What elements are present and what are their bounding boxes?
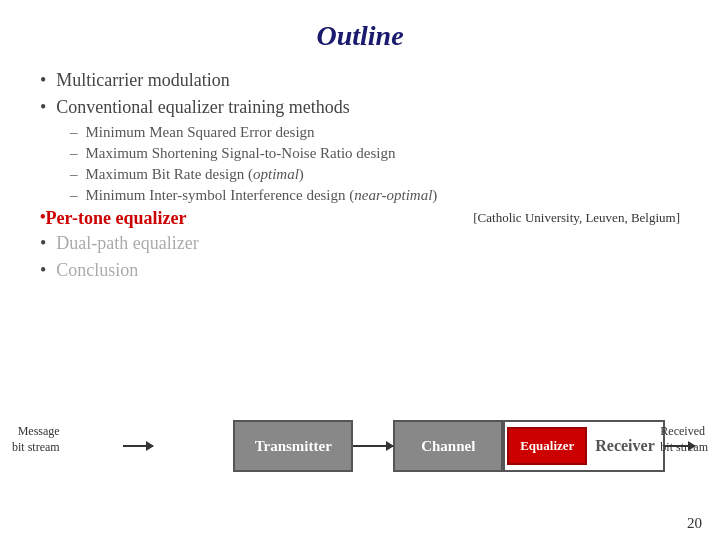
bullet-dot-5: • (40, 260, 46, 281)
sub-mmse-text: Minimum Mean Squared Error design (86, 124, 315, 141)
diagram-row: Message bit stream Transmitter Channel (0, 411, 720, 481)
sub-item-msnr: – Maximum Shortening Signal-to-Noise Rat… (70, 145, 680, 162)
sub-misi-text: Minimum Inter-symbol Interference design… (86, 187, 438, 204)
sub-item-mmse: – Minimum Mean Squared Error design (70, 124, 680, 141)
bullet-dot-4: • (40, 233, 46, 254)
sub-item-mbr: – Maximum Bit Rate design (optimal) (70, 166, 680, 183)
slide-title: Outline (40, 20, 680, 52)
sub-msnr-text: Maximum Shortening Signal-to-Noise Ratio… (86, 145, 396, 162)
pertone-row: • Per-tone equalizer [Catholic Universit… (40, 208, 680, 229)
sub-dash-3: – (70, 166, 78, 183)
arrow-in (123, 445, 153, 447)
bullet-list: • Multicarrier modulation • Conventional… (40, 70, 680, 281)
sub-mbr-text: Maximum Bit Rate design (optimal) (86, 166, 304, 183)
sub-list: – Minimum Mean Squared Error design – Ma… (40, 124, 680, 204)
sub-dash-4: – (70, 187, 78, 204)
bullet-conclusion-text: Conclusion (56, 260, 138, 281)
citation-text: [Catholic University, Leuven, Belgium] (473, 208, 680, 226)
bullet-conventional: • Conventional equalizer training method… (40, 97, 680, 118)
bullet-dot-1: • (40, 70, 46, 91)
bullet-conventional-text: Conventional equalizer training methods (56, 97, 349, 118)
arrow-tx-ch (353, 445, 393, 447)
bullet-dualpath: • Dual-path equalizer (40, 233, 680, 254)
bullet-dualpath-text: Dual-path equalizer (56, 233, 198, 254)
bullet-multicarrier: • Multicarrier modulation (40, 70, 680, 91)
received-label: Received bit stream (660, 424, 708, 455)
sub-dash-1: – (70, 124, 78, 141)
bullet-pertone-row: • Per-tone equalizer [Catholic Universit… (40, 208, 680, 229)
receiver-box: Equalizer Receiver (503, 420, 665, 472)
page-number: 20 (687, 515, 702, 532)
bullet-conclusion: • Conclusion (40, 260, 680, 281)
message-label: Message bit stream (12, 424, 60, 455)
equalizer-box: Equalizer (507, 427, 587, 465)
sub-item-misi: – Minimum Inter-symbol Interference desi… (70, 187, 680, 204)
bullet-pertone-text: Per-tone equalizer (46, 208, 187, 229)
slide: Outline • Multicarrier modulation • Conv… (0, 0, 720, 540)
pertone-left: • Per-tone equalizer (40, 208, 186, 229)
bullet-multicarrier-text: Multicarrier modulation (56, 70, 229, 91)
sub-dash-2: – (70, 145, 78, 162)
diagram-area: Message bit stream Transmitter Channel (0, 411, 720, 526)
bullet-dot-2: • (40, 97, 46, 118)
transmitter-box: Transmitter (233, 420, 353, 472)
channel-box: Channel (393, 420, 503, 472)
receiver-group: Equalizer Receiver (543, 420, 665, 472)
receiver-label: Receiver (595, 437, 655, 455)
